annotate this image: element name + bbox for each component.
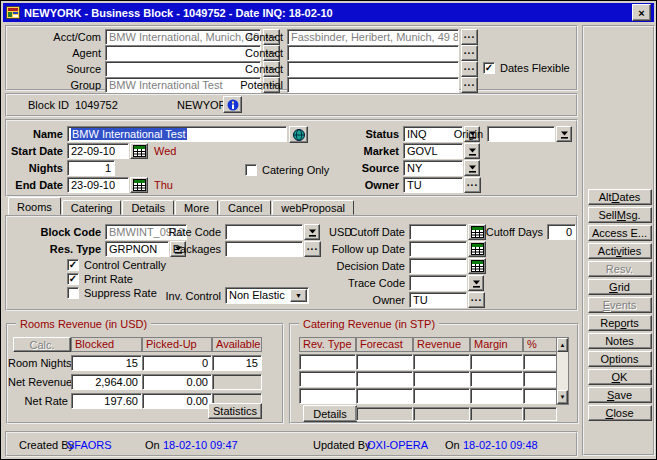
- dates-flexible-checkbox[interactable]: ✓ Dates Flexible: [483, 62, 570, 74]
- scroll-down-icon[interactable]: ▼: [557, 390, 568, 404]
- catering-empty-cell: [523, 354, 557, 370]
- catering-scrollbar[interactable]: ▲ ▼: [556, 337, 569, 405]
- updated-by-value: OXI-OPERA: [367, 439, 428, 451]
- potential-lookup-button[interactable]: ...: [461, 77, 478, 93]
- contact3-field[interactable]: [287, 61, 459, 77]
- catering-total-cell: [523, 407, 557, 421]
- checkbox-check-icon: ✓: [67, 273, 79, 285]
- action-button-grid[interactable]: Grid: [588, 279, 652, 295]
- action-button-alt-dates[interactable]: Alt Dates: [588, 189, 652, 205]
- follow-up-date-field[interactable]: [409, 241, 467, 257]
- cutoff-days-field[interactable]: 0: [547, 224, 576, 240]
- end-date-calendar-button[interactable]: [130, 177, 148, 193]
- cutoff-date-field[interactable]: [409, 224, 467, 240]
- source2-field[interactable]: NY: [403, 160, 463, 176]
- control-centrally-checkbox[interactable]: ✓ Control Centrally: [67, 259, 166, 271]
- owner-field[interactable]: TU: [403, 177, 463, 193]
- calendar-icon: [471, 260, 484, 272]
- end-day-text: Thu: [154, 179, 173, 191]
- inv-control-combo[interactable]: Non Elastic ▼: [225, 287, 309, 304]
- action-button-ok[interactable]: OK: [588, 369, 652, 385]
- action-button-activities[interactable]: Activities: [588, 243, 652, 259]
- tab-owner-lookup-button[interactable]: ...: [468, 292, 485, 308]
- trace-code-lov-button[interactable]: [468, 275, 484, 291]
- contact1-lookup-button[interactable]: ...: [461, 29, 478, 45]
- catering-empty-cell: [413, 388, 470, 404]
- tab-rooms[interactable]: Rooms: [8, 197, 61, 215]
- decision-date-label: Decision Date: [307, 260, 405, 272]
- globe-icon: [293, 129, 305, 141]
- decision-calendar-button[interactable]: [468, 258, 486, 274]
- tab-catering[interactable]: Catering: [62, 200, 122, 215]
- action-button-stack: Alt DatesSell Msg.Access E...ActivitiesR…: [587, 189, 652, 421]
- checkbox-check-icon: ✓: [67, 259, 79, 271]
- start-date-calendar-button[interactable]: [130, 143, 148, 159]
- catering-total-cell: [356, 407, 413, 421]
- trace-code-field[interactable]: [409, 275, 467, 291]
- column-header: Blocked: [71, 337, 142, 352]
- inv-control-value: Non Elastic: [229, 289, 285, 301]
- action-button-access-e[interactable]: Access E...: [588, 225, 652, 241]
- name-field[interactable]: BMW International Test: [67, 126, 287, 142]
- market-field[interactable]: GOVL: [403, 143, 463, 159]
- contact2-field[interactable]: [287, 45, 459, 61]
- action-button-options[interactable]: Options: [588, 351, 652, 367]
- rate-code-field[interactable]: [225, 224, 303, 240]
- tab-webproposal[interactable]: webProposal: [272, 200, 354, 215]
- close-button[interactable]: ×: [632, 4, 651, 21]
- ellipsis-icon: ...: [467, 179, 478, 191]
- lov-arrow-icon: [560, 130, 569, 139]
- potential-field[interactable]: [287, 77, 459, 93]
- contact1-label: Contact: [207, 31, 283, 43]
- decision-date-field[interactable]: [409, 258, 467, 274]
- name-label: Name: [7, 128, 63, 140]
- follow-up-calendar-button[interactable]: [468, 241, 486, 257]
- market-lov-button[interactable]: [464, 143, 480, 159]
- owner-lookup-button[interactable]: ...: [464, 177, 481, 193]
- created-on-label: On: [145, 439, 160, 451]
- ellipsis-icon: ...: [464, 31, 475, 43]
- checkbox-unchecked: [245, 164, 257, 176]
- details-button[interactable]: Details: [303, 405, 357, 422]
- tab-owner-field[interactable]: TU: [409, 292, 467, 308]
- lov-arrow-icon: [472, 279, 481, 288]
- tab-details[interactable]: Details: [122, 200, 174, 215]
- statistics-button[interactable]: Statistics: [208, 403, 262, 419]
- tab-bar: RoomsCateringDetailsMoreCancelwebProposa…: [8, 198, 355, 215]
- tab-more[interactable]: More: [175, 200, 218, 215]
- tab-cancel[interactable]: Cancel: [219, 200, 271, 215]
- action-button-reports[interactable]: Reports: [588, 315, 652, 331]
- catering-only-label: Catering Only: [262, 164, 329, 176]
- combo-arrow-icon: ▼: [290, 289, 307, 302]
- action-button-close[interactable]: Close: [588, 405, 652, 421]
- origin-lov-button[interactable]: [556, 126, 572, 142]
- status-bar: Created By SFAORS On 18-02-10 09:47 Upda…: [5, 431, 578, 457]
- translate-button[interactable]: [289, 126, 308, 143]
- catering-only-checkbox[interactable]: Catering Only: [245, 164, 329, 176]
- contact3-lookup-button[interactable]: ...: [461, 61, 478, 77]
- cell-net-rate-blocked: 197.60: [71, 393, 142, 409]
- action-button-notes[interactable]: Notes: [588, 333, 652, 349]
- block-code-label: Block Code: [7, 226, 101, 238]
- origin-field[interactable]: [487, 126, 555, 142]
- action-button-sell-msg[interactable]: Sell Msg.: [588, 207, 652, 223]
- dates-flexible-label: Dates Flexible: [500, 62, 570, 74]
- catering-empty-cell: [299, 354, 356, 370]
- action-button-save[interactable]: Save: [588, 387, 652, 403]
- packages-field[interactable]: [225, 241, 303, 257]
- follow-up-date-label: Follow up Date: [307, 243, 405, 255]
- contact2-lookup-button[interactable]: ...: [461, 45, 478, 61]
- scroll-up-icon[interactable]: ▲: [557, 338, 568, 352]
- ellipsis-icon: ...: [471, 294, 482, 306]
- source-lov-button[interactable]: [464, 160, 480, 176]
- control-centrally-label: Control Centrally: [84, 259, 166, 271]
- cutoff-date-calendar-button[interactable]: [468, 224, 486, 240]
- property-info-button[interactable]: [223, 96, 242, 113]
- end-date-field[interactable]: 23-09-10: [67, 177, 129, 193]
- window-title: NEWYORK - Business Block - 1049752 - Dat…: [24, 7, 632, 19]
- contact1-field[interactable]: Fassbinder, Heribert, Munich, 49 8 125: [287, 29, 459, 45]
- cell-room-nights-picked: 0: [142, 355, 212, 371]
- nights-field[interactable]: 1: [67, 160, 115, 176]
- print-rate-checkbox[interactable]: ✓ Print Rate: [67, 273, 133, 285]
- start-date-field[interactable]: 22-09-10: [67, 143, 129, 159]
